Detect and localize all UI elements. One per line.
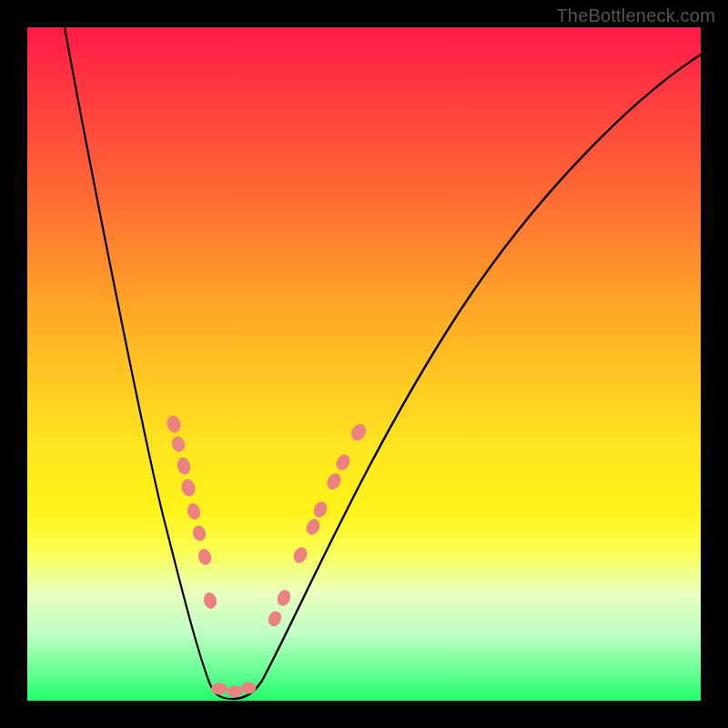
data-marker (211, 683, 228, 695)
outer-frame: TheBottleneck.com (0, 0, 728, 728)
data-marker (241, 682, 257, 694)
curve-right (232, 55, 701, 699)
plot-area (27, 27, 701, 701)
curve-layer (27, 27, 701, 701)
watermark-text: TheBottleneck.com (556, 5, 715, 26)
